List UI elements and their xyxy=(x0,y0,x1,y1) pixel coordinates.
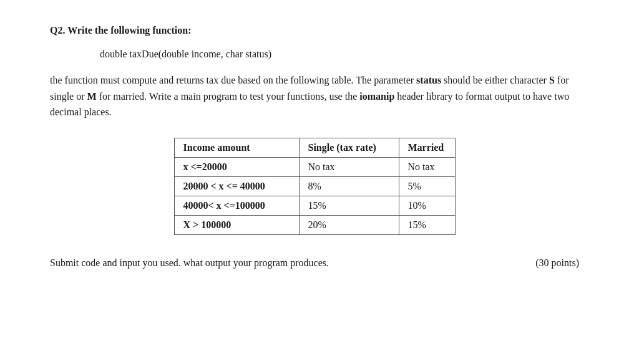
tax-table: Income amount Single (tax rate) Married … xyxy=(174,138,456,235)
cell-income-0: x <=20000 xyxy=(174,157,299,176)
cell-married-0: No tax xyxy=(399,157,455,176)
cell-single-2: 15% xyxy=(299,196,399,215)
question-heading: Q2. Write the following function: xyxy=(50,25,579,36)
function-signature: double taxDue(double income, char status… xyxy=(100,49,579,60)
footer-left: Submit code and input you used. what out… xyxy=(50,257,329,269)
table-row: 20000 < x <= 400008%5% xyxy=(174,176,455,196)
cell-single-3: 20% xyxy=(299,215,399,234)
cell-income-2: 40000< x <=100000 xyxy=(174,196,299,215)
cell-single-1: 8% xyxy=(299,176,399,196)
cell-married-3: 15% xyxy=(399,215,455,234)
desc-text-2: should be either character xyxy=(441,75,549,85)
footer-right: (30 points) xyxy=(535,257,579,269)
table-row: X > 10000020%15% xyxy=(174,215,455,234)
question-section: Q2. Write the following function: double… xyxy=(50,25,579,269)
desc-bold-s: S xyxy=(549,75,555,85)
desc-text-1: the function must compute and returns ta… xyxy=(50,75,416,85)
cell-married-2: 10% xyxy=(399,196,455,215)
header-income: Income amount xyxy=(174,138,299,157)
cell-married-1: 5% xyxy=(399,176,455,196)
footer-row: Submit code and input you used. what out… xyxy=(50,257,579,269)
cell-income-1: 20000 < x <= 40000 xyxy=(174,176,299,196)
header-single: Single (tax rate) xyxy=(299,138,399,157)
header-married: Married xyxy=(399,138,455,157)
cell-single-0: No tax xyxy=(299,157,399,176)
table-header-row: Income amount Single (tax rate) Married xyxy=(174,138,455,157)
desc-bold-m: M xyxy=(87,91,97,102)
description: the function must compute and returns ta… xyxy=(50,72,579,120)
table-row: x <=20000No taxNo tax xyxy=(174,157,455,176)
desc-text-4: for married. Write a main program to tes… xyxy=(97,91,360,102)
table-row: 40000< x <=10000015%10% xyxy=(174,196,455,215)
table-container: Income amount Single (tax rate) Married … xyxy=(50,138,579,235)
desc-bold-status: status xyxy=(416,75,441,85)
desc-bold-iomanip: iomanip xyxy=(359,91,394,102)
cell-income-3: X > 100000 xyxy=(174,215,299,234)
